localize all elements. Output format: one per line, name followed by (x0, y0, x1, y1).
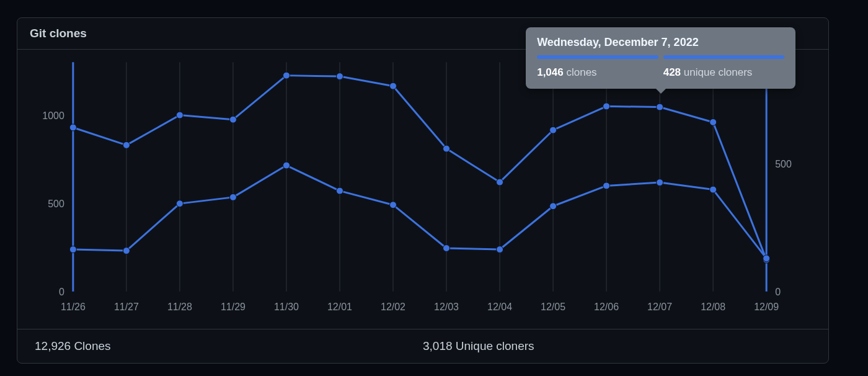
total-clones: 12,926 Clones (35, 339, 423, 353)
tooltip-clones-value: 1,046 (537, 66, 564, 78)
tooltip-clones-label: clones (564, 66, 597, 78)
tooltip-clones-cell: 1,046 clones (537, 66, 658, 79)
svg-point-51 (176, 200, 183, 207)
svg-point-54 (336, 187, 343, 194)
svg-text:11/29: 11/29 (221, 302, 246, 312)
svg-point-61 (710, 186, 717, 193)
svg-point-44 (550, 127, 557, 133)
chart-area[interactable]: 05001000050011/2611/2711/2811/2911/3012/… (17, 50, 828, 329)
tooltip-date: Wednesday, December 7, 2022 (537, 36, 784, 49)
tooltip-series-bars (537, 55, 784, 59)
svg-point-42 (443, 145, 450, 152)
svg-point-59 (603, 182, 610, 189)
tooltip-bar-clones (537, 55, 658, 59)
svg-point-53 (283, 162, 290, 169)
svg-point-57 (497, 246, 503, 253)
git-clones-panel: Git clones 05001000050011/2611/2711/2811… (17, 17, 829, 364)
svg-point-62 (763, 255, 770, 262)
svg-point-41 (390, 83, 397, 89)
svg-point-45 (603, 103, 610, 110)
svg-point-49 (69, 246, 76, 253)
svg-text:0: 0 (775, 287, 781, 297)
svg-point-40 (336, 73, 343, 80)
unique-cloners: 3,018 Unique cloners (423, 339, 811, 353)
svg-text:1000: 1000 (42, 110, 64, 121)
tooltip-unique-cell: 428 unique cloners (663, 66, 785, 79)
tooltip-unique-label: unique cloners (681, 66, 752, 78)
line-chart-svg: 05001000050011/2611/2711/2811/2911/3012/… (17, 50, 828, 329)
svg-text:12/09: 12/09 (754, 302, 779, 312)
svg-point-60 (657, 179, 663, 186)
svg-point-37 (176, 112, 183, 119)
tooltip-values-row: 1,046 clones 428 unique cloners (537, 66, 784, 79)
svg-point-55 (390, 202, 397, 208)
svg-point-39 (283, 72, 290, 79)
svg-point-38 (229, 116, 236, 123)
tooltip-unique-value: 428 (663, 66, 681, 78)
svg-text:11/27: 11/27 (114, 302, 139, 312)
svg-text:12/03: 12/03 (434, 302, 459, 312)
svg-point-47 (710, 119, 717, 125)
svg-point-35 (69, 124, 76, 131)
svg-point-43 (497, 179, 503, 186)
svg-point-52 (229, 194, 236, 200)
svg-text:12/04: 12/04 (487, 302, 512, 312)
chart-tooltip: Wednesday, December 7, 2022 1,046 clones… (526, 27, 795, 89)
svg-text:11/28: 11/28 (167, 302, 192, 312)
svg-text:12/05: 12/05 (541, 302, 565, 312)
svg-text:12/07: 12/07 (647, 302, 672, 312)
svg-text:11/26: 11/26 (61, 302, 86, 312)
svg-point-58 (550, 203, 557, 210)
svg-text:12/06: 12/06 (594, 302, 619, 312)
svg-text:500: 500 (775, 159, 792, 169)
svg-text:500: 500 (48, 199, 64, 209)
svg-point-46 (657, 104, 663, 110)
tooltip-bar-unique (663, 55, 785, 59)
svg-point-36 (123, 141, 130, 148)
svg-text:12/01: 12/01 (327, 302, 352, 312)
svg-point-50 (123, 248, 130, 254)
svg-text:11/30: 11/30 (274, 302, 299, 312)
svg-text:12/02: 12/02 (381, 302, 405, 312)
panel-footer: 12,926 Clones 3,018 Unique cloners (17, 329, 828, 363)
svg-text:12/08: 12/08 (701, 302, 725, 312)
svg-point-56 (443, 244, 450, 251)
svg-text:0: 0 (59, 287, 64, 297)
tooltip-arrow-icon (655, 88, 666, 94)
